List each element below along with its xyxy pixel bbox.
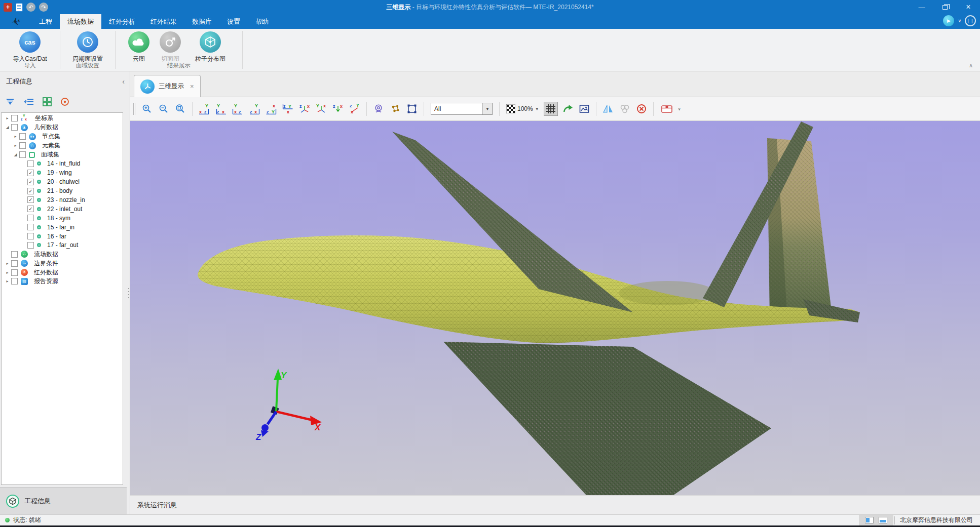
visibility-checkbox[interactable]: ✓ <box>27 196 34 203</box>
app-badge-icon[interactable]: + <box>4 3 12 12</box>
view-top-button[interactable]: zxY <box>214 102 228 116</box>
tree-item[interactable]: ▸Yzx坐标系 <box>2 114 123 123</box>
iso-view-2-button[interactable]: Yx <box>314 102 328 116</box>
collapse-ribbon-icon[interactable]: ∧ <box>969 62 973 69</box>
view-bottom-button[interactable]: xzY <box>197 102 211 116</box>
smooth-button-disabled[interactable] <box>618 102 632 116</box>
tree-item[interactable]: ✓21 - body <box>2 186 123 195</box>
mirror-button[interactable] <box>601 102 615 116</box>
restore-button[interactable] <box>933 0 957 14</box>
tree-item[interactable]: ▸☀红外数据 <box>2 268 123 277</box>
visibility-checkbox[interactable] <box>11 251 18 258</box>
layout-bottom-icon[interactable] <box>879 517 887 523</box>
menu-item[interactable]: 帮助 <box>248 14 276 29</box>
outline-list-icon[interactable] <box>24 98 34 106</box>
tree-item[interactable]: ▸◌元素集 <box>2 141 123 150</box>
tree-item[interactable]: 15 - far_in <box>2 223 123 232</box>
snapshot-button[interactable] <box>577 102 591 116</box>
close-button[interactable]: × <box>957 0 980 14</box>
iso-view-3-button[interactable]: zx <box>331 102 345 116</box>
chevron-down-icon[interactable]: ▼ <box>535 107 539 111</box>
view-front-button[interactable]: xzY <box>231 102 245 116</box>
package-button[interactable] <box>658 102 675 116</box>
expander-icon[interactable]: ▸ <box>12 134 19 139</box>
expander-icon[interactable]: ▸ <box>4 261 11 266</box>
tree-item[interactable]: ✓22 - inlet_out <box>2 205 123 214</box>
visibility-checkbox[interactable]: ✓ <box>27 188 34 194</box>
visibility-checkbox[interactable] <box>11 115 18 121</box>
tree-item[interactable]: ▸●●节点集 <box>2 132 123 141</box>
view-back-button[interactable]: zxY <box>247 102 261 116</box>
visibility-checkbox[interactable] <box>11 269 18 276</box>
tab-3d-view[interactable]: 三维显示 × <box>134 75 201 97</box>
tree-item[interactable]: 17 - far_out <box>2 240 123 250</box>
menu-item[interactable]: 红外结果 <box>143 14 184 29</box>
tree-item[interactable]: 16 - far <box>2 232 123 241</box>
minimize-button[interactable]: — <box>910 0 933 14</box>
display-filter-select[interactable]: All ▼ <box>431 103 493 115</box>
tree-item[interactable]: ▸▤报告资源 <box>2 277 123 286</box>
menu-item[interactable]: 设置 <box>219 14 248 29</box>
pause-icon[interactable]: ❘❘ <box>965 15 976 26</box>
particle-nodes-button[interactable] <box>388 102 402 116</box>
visibility-checkbox[interactable] <box>19 133 26 140</box>
menu-item[interactable]: 流场数据 <box>60 14 101 29</box>
viewport-3d[interactable]: Y X Z <box>130 121 980 495</box>
iso-view-1-button[interactable]: zx <box>297 102 312 116</box>
visibility-checkbox[interactable] <box>27 160 34 167</box>
zoom-fit-button[interactable] <box>173 102 187 116</box>
zoom-out-button[interactable] <box>157 102 171 116</box>
opacity-control[interactable]: 100% ▼ <box>504 104 541 113</box>
expander-icon[interactable]: ▸ <box>12 143 19 148</box>
rect-select-button[interactable] <box>405 102 419 116</box>
visibility-checkbox[interactable] <box>11 278 18 285</box>
visibility-checkbox[interactable] <box>27 224 34 230</box>
filter-icon[interactable] <box>5 98 15 106</box>
tree-item[interactable]: ◢▲几何数据 <box>2 123 123 132</box>
toolbar-grip[interactable] <box>133 103 135 115</box>
tree-item[interactable]: 14 - int_fluid <box>2 159 123 168</box>
chevron-down-icon[interactable]: ∨ <box>958 18 961 23</box>
visibility-checkbox[interactable] <box>27 242 34 249</box>
menu-item[interactable]: 工程 <box>31 14 60 29</box>
iso-view-4-button[interactable]: zYx <box>348 102 362 116</box>
tree-item[interactable]: ✓23 - nozzle_in <box>2 195 123 205</box>
zoom-in-button[interactable] <box>140 102 154 116</box>
visibility-checkbox[interactable] <box>19 151 26 158</box>
mesh-grid-toggle[interactable] <box>544 102 558 116</box>
tree-item[interactable]: ✓20 - chuiwei <box>2 177 123 186</box>
tree-item[interactable]: ▸→边界条件 <box>2 259 123 268</box>
panel-footer[interactable]: 工程信息 <box>0 487 127 514</box>
camera-button[interactable] <box>371 102 386 116</box>
visibility-checkbox[interactable] <box>11 260 18 267</box>
menu-item[interactable]: 数据库 <box>184 14 219 29</box>
expander-icon[interactable]: ▸ <box>4 279 11 283</box>
export-arrow-button[interactable] <box>560 102 575 116</box>
visibility-checkbox[interactable]: ✓ <box>27 170 34 176</box>
tree-item[interactable]: ◢面域集 <box>2 150 123 159</box>
menu-item[interactable]: 红外分析 <box>101 14 143 29</box>
expander-icon[interactable]: ◢ <box>4 125 11 130</box>
chevron-down-icon[interactable]: ▼ <box>482 103 492 114</box>
expander-icon[interactable]: ▸ <box>4 270 11 275</box>
new-document-icon[interactable] <box>16 3 23 12</box>
grid-view-icon[interactable] <box>43 97 52 106</box>
view-left-button[interactable]: zYx <box>264 102 278 116</box>
visibility-checkbox[interactable]: ✓ <box>27 179 34 185</box>
view-right-button[interactable]: zYx <box>281 102 295 116</box>
chevron-down-icon[interactable]: ∨ <box>678 107 681 111</box>
visibility-checkbox[interactable] <box>19 142 26 149</box>
visibility-checkbox[interactable]: ✓ <box>27 206 34 212</box>
visibility-checkbox[interactable] <box>27 233 34 239</box>
close-tab-icon[interactable]: × <box>190 83 194 90</box>
delete-button[interactable] <box>634 102 649 116</box>
tree-item[interactable]: ✓19 - wing <box>2 168 123 177</box>
expander-icon[interactable]: ▸ <box>4 116 11 120</box>
undo-icon[interactable]: ↶ <box>26 3 35 12</box>
visibility-checkbox[interactable] <box>11 124 18 131</box>
panel-splitter[interactable] <box>127 71 130 514</box>
collapse-panel-icon[interactable]: ‹ <box>122 77 125 86</box>
tree-item[interactable]: 18 - sym <box>2 214 123 223</box>
aircraft-mesh-model[interactable]: Y X Z <box>130 121 980 495</box>
redo-icon[interactable]: ↷ <box>39 3 48 12</box>
